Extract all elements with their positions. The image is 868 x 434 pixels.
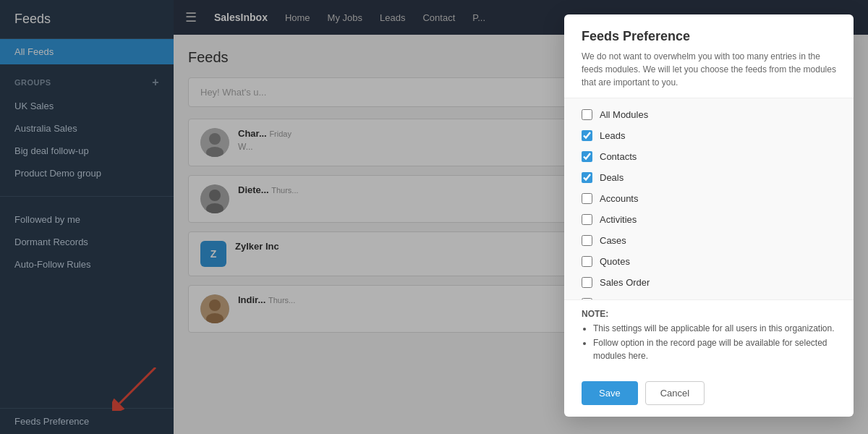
checkbox-label-2: Contacts <box>600 151 637 162</box>
modal-overlay: Feeds Preference We do not want to overw… <box>0 0 868 434</box>
note-label: NOTE: <box>582 309 836 319</box>
checkbox-label-5: Activities <box>600 214 637 225</box>
checkbox-sales-order[interactable] <box>582 277 592 288</box>
checkbox-label-7: Quotes <box>600 256 630 267</box>
checkbox-label-6: Cases <box>600 235 626 246</box>
checkbox-quotes[interactable] <box>582 256 592 267</box>
checkbox-item-invoices[interactable]: Invoices <box>582 293 836 300</box>
note-item-1: Follow option in the record page will be… <box>593 336 836 362</box>
checkbox-item-sales-order[interactable]: Sales Order <box>582 272 836 293</box>
save-button[interactable]: Save <box>582 381 638 405</box>
feeds-preference-modal: Feeds Preference We do not want to overw… <box>564 14 854 417</box>
cancel-button[interactable]: Cancel <box>645 381 705 405</box>
checkbox-all-modules[interactable] <box>582 109 592 120</box>
modal-header: Feeds Preference We do not want to overw… <box>564 14 854 98</box>
checkbox-item-accounts[interactable]: Accounts <box>582 188 836 209</box>
checkbox-deals[interactable] <box>582 172 592 183</box>
checkbox-cases[interactable] <box>582 235 592 246</box>
checkbox-contacts[interactable] <box>582 151 592 162</box>
checkbox-item-activities[interactable]: Activities <box>582 209 836 230</box>
checkbox-accounts[interactable] <box>582 193 592 204</box>
checkbox-item-cases[interactable]: Cases <box>582 230 836 251</box>
note-list: This settings will be applicable for all… <box>582 322 836 362</box>
checkbox-label-4: Accounts <box>600 193 638 204</box>
checkbox-activities[interactable] <box>582 214 592 225</box>
checkbox-label-0: All Modules <box>600 109 648 120</box>
checkbox-label-8: Sales Order <box>600 277 650 288</box>
checkbox-item-contacts[interactable]: Contacts <box>582 146 836 167</box>
modal-title: Feeds Preference <box>582 29 836 44</box>
checkbox-item-leads[interactable]: Leads <box>582 125 836 146</box>
modal-note: NOTE: This settings will be applicable f… <box>564 300 854 373</box>
note-item-0: This settings will be applicable for all… <box>593 322 836 335</box>
checkbox-label-1: Leads <box>600 130 625 141</box>
checkbox-item-deals[interactable]: Deals <box>582 167 836 188</box>
checkbox-item-all-modules[interactable]: All Modules <box>582 104 836 125</box>
modal-footer: Save Cancel <box>564 373 854 417</box>
modal-description: We do not want to overwhelm you with too… <box>582 50 836 89</box>
checkbox-item-quotes[interactable]: Quotes <box>582 251 836 272</box>
checkbox-label-3: Deals <box>600 172 624 183</box>
checkbox-list: All ModulesLeadsContactsDealsAccountsAct… <box>564 98 854 300</box>
checkbox-leads[interactable] <box>582 130 592 141</box>
